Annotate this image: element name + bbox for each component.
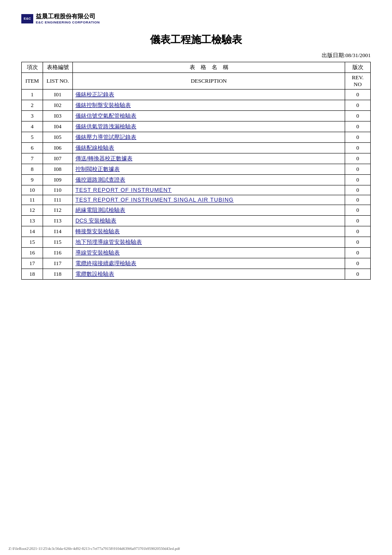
cell-rev: 0 — [345, 258, 371, 269]
cell-description[interactable]: 轉接盤安裝檢驗表 — [73, 226, 345, 237]
page-title: 儀表工程施工檢驗表 — [21, 33, 371, 46]
cell-item: 18 — [22, 269, 43, 280]
cell-description[interactable]: 儀控迴路測試查證表 — [73, 175, 345, 185]
cell-rev: 0 — [345, 237, 371, 248]
cell-item: 7 — [22, 153, 43, 164]
cell-item: 5 — [22, 132, 43, 143]
table-row: 7I07傳送/轉換器校正數據表0 — [22, 153, 371, 164]
header-rev-zh: 版次 — [345, 62, 371, 73]
main-table: 項次 表格編號 表 格 名 稱 版次 ITEM LIST NO. DESCRIP… — [21, 62, 371, 280]
cell-item: 12 — [22, 205, 43, 216]
cell-item: 2 — [22, 100, 43, 111]
cell-item: 14 — [22, 226, 43, 237]
cell-description[interactable]: 儀錶供氣管路洩漏檢驗表 — [73, 121, 345, 132]
cell-item: 13 — [22, 216, 43, 226]
cell-description[interactable]: 電纜數設檢驗表 — [73, 269, 345, 280]
table-row: 15I15地下預埋導線管安裝檢驗表0 — [22, 237, 371, 248]
publish-date-label: 出版日期: — [322, 52, 346, 58]
cell-listno: I08 — [43, 164, 73, 175]
cell-listno: I01 — [43, 90, 73, 100]
cell-item: 4 — [22, 121, 43, 132]
header-rev-en: REV. NO — [345, 73, 371, 90]
table-header-row-2: ITEM LIST NO. DESCRIPTION REV. NO — [22, 73, 371, 90]
cell-description[interactable]: 電纜終端接續處理檢驗表 — [73, 258, 345, 269]
cell-description[interactable]: 控制閥校正數據表 — [73, 164, 345, 175]
cell-listno: I18 — [43, 269, 73, 280]
table-body: 1I01儀錶校正記錄表02I02儀錶控制盤安裝檢驗表03I03儀錶信號空氣配管檢… — [22, 90, 371, 280]
cell-description[interactable]: 儀錶壓力導管試壓記錄表 — [73, 132, 345, 143]
table-row: 9I09儀控迴路測試查證表0 — [22, 175, 371, 185]
cell-rev: 0 — [345, 226, 371, 237]
cell-item: 9 — [22, 175, 43, 185]
header-listno-en: LIST NO. — [43, 73, 73, 90]
table-row: 8I08控制閥校正數據表0 — [22, 164, 371, 175]
cell-description[interactable]: 儀錶校正記錄表 — [73, 90, 345, 100]
cell-rev: 0 — [345, 248, 371, 258]
cell-item: 17 — [22, 258, 43, 269]
cell-rev: 0 — [345, 175, 371, 185]
table-row: 17I17電纜終端接續處理檢驗表0 — [22, 258, 371, 269]
cell-description[interactable]: 地下預埋導線管安裝檢驗表 — [73, 237, 345, 248]
table-row: 16I16導線管安裝檢驗表0 — [22, 248, 371, 258]
header-desc-zh: 表 格 名 稱 — [73, 62, 345, 73]
company-logo: E&C 益晨工程股份有限公司 E&C ENGINEERING CORPORATI… — [21, 13, 100, 24]
table-row: 18I18電纜數設檢驗表0 — [22, 269, 371, 280]
cell-listno: I15 — [43, 237, 73, 248]
cell-listno: I07 — [43, 153, 73, 164]
cell-description[interactable]: TEST REPORT OF INSTRUMENT SINGAL AIR TUB… — [73, 195, 345, 205]
cell-description[interactable]: DCS 安裝檢驗表 — [73, 216, 345, 226]
cell-item: 11 — [22, 195, 43, 205]
header-item-en: ITEM — [22, 73, 43, 90]
cell-description[interactable]: 導線管安裝檢驗表 — [73, 248, 345, 258]
cell-rev: 0 — [345, 100, 371, 111]
cell-item: 6 — [22, 143, 43, 153]
table-header-row-1: 項次 表格編號 表 格 名 稱 版次 — [22, 62, 371, 73]
cell-rev: 0 — [345, 195, 371, 205]
table-row: 1I01儀錶校正記錄表0 — [22, 90, 371, 100]
cell-rev: 0 — [345, 269, 371, 280]
header-desc-en: DESCRIPTION — [73, 73, 345, 90]
table-row: 5I05儀錶壓力導管試壓記錄表0 — [22, 132, 371, 143]
cell-listno: I13 — [43, 216, 73, 226]
cell-rev: 0 — [345, 153, 371, 164]
cell-rev: 0 — [345, 216, 371, 226]
cell-item: 1 — [22, 90, 43, 100]
cell-listno: I06 — [43, 143, 73, 153]
cell-rev: 0 — [345, 111, 371, 121]
cell-listno: I10 — [43, 185, 73, 195]
cell-item: 3 — [22, 111, 43, 121]
cell-listno: I03 — [43, 111, 73, 121]
table-row: 4I04儀錶供氣管路洩漏檢驗表0 — [22, 121, 371, 132]
cell-item: 10 — [22, 185, 43, 195]
publish-date-value: 08/31/2001 — [346, 52, 371, 58]
cell-description[interactable]: 絕緣電阻測試檢驗表 — [73, 205, 345, 216]
cell-listno: I14 — [43, 226, 73, 237]
cell-description[interactable]: 儀錶配線檢驗表 — [73, 143, 345, 153]
publish-date-line: 出版日期:08/31/2001 — [21, 52, 371, 59]
page-header: E&C 益晨工程股份有限公司 E&C ENGINEERING CORPORATI… — [21, 13, 371, 24]
cell-listno: I17 — [43, 258, 73, 269]
cell-rev: 0 — [345, 164, 371, 175]
company-name-block: 益晨工程股份有限公司 E&C ENGINEERING CORPORATION — [36, 13, 100, 24]
cell-description[interactable]: 傳送/轉換器校正數據表 — [73, 153, 345, 164]
cell-description[interactable]: 儀錶控制盤安裝檢驗表 — [73, 100, 345, 111]
table-row: 11I11TEST REPORT OF INSTRUMENT SINGAL AI… — [22, 195, 371, 205]
table-row: 10I10TEST REPORT OF INSTRUMENT0 — [22, 185, 371, 195]
footer-filepath: Z:\FileRoot2\2021-11\25\4c3c56da-626b-4d… — [9, 546, 180, 551]
company-name-english: E&C ENGINEERING CORPORATION — [36, 20, 100, 24]
company-name-chinese: 益晨工程股份有限公司 — [36, 13, 100, 20]
cell-item: 8 — [22, 164, 43, 175]
cell-rev: 0 — [345, 205, 371, 216]
cell-listno: I12 — [43, 205, 73, 216]
table-row: 14I14轉接盤安裝檢驗表0 — [22, 226, 371, 237]
cell-listno: I05 — [43, 132, 73, 143]
cell-listno: I04 — [43, 121, 73, 132]
table-row: 12I12絕緣電阻測試檢驗表0 — [22, 205, 371, 216]
cell-listno: I02 — [43, 100, 73, 111]
cell-rev: 0 — [345, 143, 371, 153]
cell-description[interactable]: 儀錶信號空氣配管檢驗表 — [73, 111, 345, 121]
cell-description[interactable]: TEST REPORT OF INSTRUMENT — [73, 185, 345, 195]
ec-logo-box: E&C — [21, 14, 33, 23]
cell-rev: 0 — [345, 132, 371, 143]
cell-item: 16 — [22, 248, 43, 258]
